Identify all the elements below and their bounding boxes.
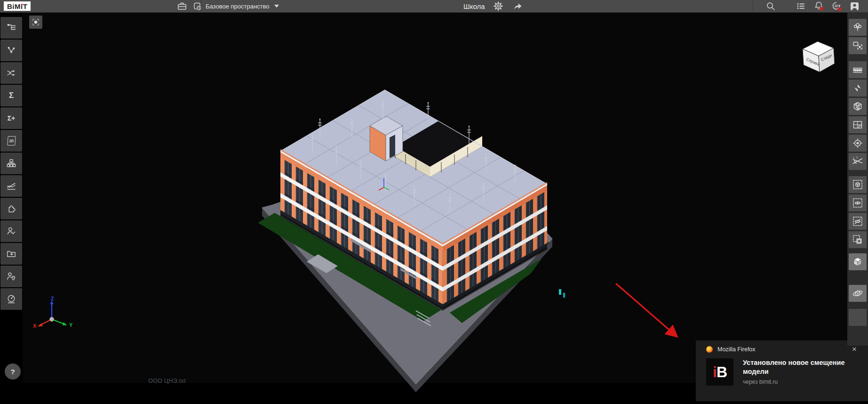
tool-person-location-button[interactable] xyxy=(0,266,22,287)
folder-share-icon xyxy=(6,249,16,259)
topbar-separator xyxy=(201,0,201,12)
view-cube[interactable]: Справа Сзади xyxy=(799,37,837,73)
ruler-icon xyxy=(852,64,863,75)
floorplan-icon xyxy=(852,119,863,130)
account-button[interactable] xyxy=(848,0,861,12)
logo-red-dot xyxy=(21,4,23,5)
tool-clip-box-button[interactable] xyxy=(849,98,867,115)
structure-tree-icon xyxy=(6,23,16,33)
shield-clock-button[interactable] xyxy=(190,0,204,12)
history-icon: 10 xyxy=(831,1,843,12)
list-button[interactable] xyxy=(794,0,807,12)
target-icon xyxy=(852,137,863,149)
workspace-label: Базовое пространство xyxy=(206,3,270,10)
download-overlay-text: ООО ЦНЭ.txt xyxy=(148,378,186,384)
fit-view-button[interactable] xyxy=(29,16,42,29)
doc-2d-icon: 2D xyxy=(7,136,16,145)
tool-flip-section-button[interactable] xyxy=(849,80,867,97)
axes-lines-icon: 1 2 xyxy=(852,156,863,167)
solid-cube-icon xyxy=(852,256,863,267)
tool-sigma-button[interactable]: Σ xyxy=(0,85,22,106)
tool-tree-plant-button[interactable] xyxy=(849,19,867,36)
tool-person-check-button[interactable] xyxy=(0,220,22,242)
person-location-icon xyxy=(6,271,16,282)
notification-close-button[interactable]: × xyxy=(849,344,860,355)
tool-line-chart-button[interactable] xyxy=(0,175,22,197)
workspace-caret-button[interactable] xyxy=(272,0,281,12)
isolate-cube-icon xyxy=(852,179,863,190)
focus-hexagon-icon xyxy=(32,17,40,27)
firefox-notification[interactable]: Mozilla Firefox × iB Установлено новое с… xyxy=(696,340,868,401)
clear-selection-icon xyxy=(852,234,863,245)
search-button[interactable] xyxy=(764,0,777,12)
hide-eye-icon xyxy=(852,216,863,227)
notifications-button[interactable] xyxy=(812,0,826,12)
tool-sigma-plus-button[interactable]: Σ+ xyxy=(0,107,22,129)
tool-plugins-button[interactable] xyxy=(0,198,22,219)
share-button[interactable] xyxy=(511,0,525,12)
notification-body: iB Установлено новое смещение модели чер… xyxy=(706,358,859,386)
sigma-plus-icon: Σ+ xyxy=(8,114,16,122)
firefox-logo-icon xyxy=(706,346,713,353)
flip-section-icon xyxy=(852,82,863,94)
axis-z-label: Z xyxy=(51,296,54,301)
notification-app-name: Mozilla Firefox xyxy=(717,346,756,353)
notification-source: через bimit.ru xyxy=(743,379,852,385)
person-check-icon xyxy=(6,226,16,236)
tool-org-chart-button[interactable] xyxy=(0,153,22,174)
axes-label-2: 2 xyxy=(856,156,858,159)
search-icon xyxy=(766,1,775,11)
clash-shuffle-icon xyxy=(6,68,16,78)
tool-2d-doc-button[interactable]: 2D xyxy=(0,130,22,152)
axis-y-label: Y xyxy=(69,322,73,328)
history-count-label: 10 xyxy=(834,4,838,8)
history-button[interactable]: 10 xyxy=(830,0,844,12)
notification-header: Mozilla Firefox xyxy=(706,346,859,353)
tool-hide-button[interactable] xyxy=(849,213,867,230)
tool-orbit-button[interactable] xyxy=(849,285,867,302)
notifications-bell-icon xyxy=(814,1,824,11)
settings-button[interactable] xyxy=(493,0,504,12)
tool-floorplan-button[interactable] xyxy=(849,116,867,133)
tool-folder-share-button[interactable] xyxy=(0,243,22,265)
tool-empty-button[interactable] xyxy=(849,309,867,326)
share-icon xyxy=(512,1,524,11)
tool-graph-nodes-button[interactable] xyxy=(0,40,22,61)
graph-nodes-icon xyxy=(6,45,16,56)
briefcase-button[interactable] xyxy=(175,0,189,12)
model-viewport-canvas[interactable] xyxy=(23,12,847,383)
history-red-badge xyxy=(837,7,841,11)
show-eye-icon xyxy=(852,197,863,209)
tool-axes-lines-button[interactable]: 1 2 xyxy=(849,153,867,170)
org-chart-icon xyxy=(6,158,16,169)
tool-show-button[interactable] xyxy=(849,194,867,211)
axis-x-label: X xyxy=(33,323,37,329)
logo-text: BiM xyxy=(7,2,21,10)
account-icon xyxy=(850,1,860,11)
settings-gear-icon xyxy=(494,1,503,11)
topbar: BiMıT Базовое пространство Школа xyxy=(0,0,868,13)
tool-gauge-button[interactable] xyxy=(0,288,22,310)
sigma-icon: Σ xyxy=(9,91,14,100)
tool-structure-tree-button[interactable] xyxy=(0,17,22,39)
tool-clash-shuffle-button[interactable] xyxy=(0,62,22,84)
clip-box-icon xyxy=(852,101,863,112)
bimit-logo[interactable]: BiMıT xyxy=(4,1,31,11)
line-chart-icon xyxy=(6,181,16,191)
gauge-icon xyxy=(6,294,16,304)
axis-gizmo: Z X Y xyxy=(29,296,74,331)
workspace-dropdown[interactable]: Базовое пространство xyxy=(206,0,270,12)
axes-label-1: 1 xyxy=(853,156,854,159)
tool-solid-cube-button[interactable] xyxy=(849,253,867,270)
notification-title: Установлено новое смещение модели xyxy=(743,358,852,376)
tool-selection-focus-button[interactable] xyxy=(849,37,867,54)
selection-focus-icon xyxy=(852,40,863,51)
tool-isolate-button[interactable] xyxy=(849,176,867,193)
tool-ruler-button[interactable] xyxy=(849,61,867,78)
tree-plant-icon xyxy=(852,22,863,33)
tool-target-button[interactable] xyxy=(849,135,867,152)
title-group: Школа xyxy=(463,0,525,12)
right-toolbar: 1 2 xyxy=(847,12,868,346)
tool-clear-selection-button[interactable] xyxy=(849,231,867,248)
bell-red-badge xyxy=(820,7,823,10)
